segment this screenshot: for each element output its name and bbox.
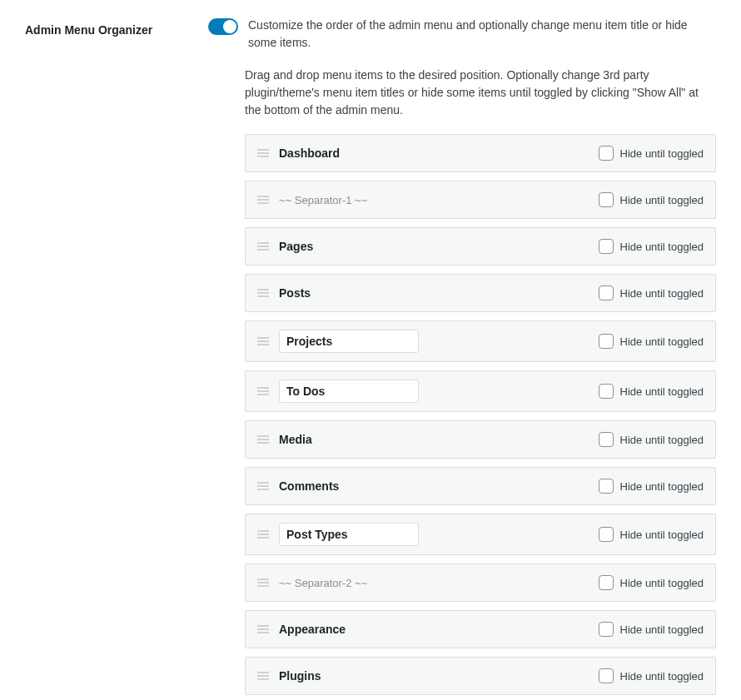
- drag-handle-icon[interactable]: [257, 434, 269, 444]
- hide-until-toggled-control[interactable]: Hide until toggled: [599, 527, 704, 542]
- drag-handle-icon[interactable]: [257, 671, 269, 681]
- menu-item[interactable]: Hide until toggled: [245, 370, 716, 412]
- menu-item-list: DashboardHide until toggled~~ Separator-…: [208, 134, 716, 700]
- menu-separator-label: ~~ Separator-2 ~~: [279, 577, 367, 589]
- drag-handle-icon[interactable]: [257, 288, 269, 298]
- hide-checkbox[interactable]: [599, 527, 614, 542]
- menu-item[interactable]: Hide until toggled: [245, 514, 716, 555]
- drag-handle-icon[interactable]: [257, 578, 269, 588]
- hide-label: Hide until toggled: [620, 577, 704, 589]
- menu-item[interactable]: PagesHide until toggled: [245, 227, 716, 266]
- menu-item-title-input[interactable]: [279, 380, 419, 403]
- hide-until-toggled-control[interactable]: Hide until toggled: [599, 432, 704, 447]
- menu-separator-label: ~~ Separator-1 ~~: [279, 194, 367, 206]
- hide-label: Hide until toggled: [620, 385, 704, 398]
- menu-item[interactable]: PluginsHide until toggled: [245, 657, 716, 695]
- hide-until-toggled-control[interactable]: Hide until toggled: [599, 575, 704, 590]
- drag-handle-icon[interactable]: [257, 195, 269, 205]
- drag-handle-icon[interactable]: [257, 241, 269, 251]
- hide-label: Hide until toggled: [620, 670, 704, 683]
- hide-checkbox[interactable]: [599, 432, 614, 447]
- hide-checkbox[interactable]: [599, 668, 614, 683]
- hide-label: Hide until toggled: [620, 335, 704, 348]
- drag-handle-icon[interactable]: [257, 481, 269, 491]
- hide-checkbox[interactable]: [599, 146, 614, 161]
- menu-item-label: Plugins: [279, 669, 321, 683]
- menu-item[interactable]: Hide until toggled: [245, 320, 716, 362]
- hide-until-toggled-control[interactable]: Hide until toggled: [599, 479, 704, 494]
- hide-label: Hide until toggled: [620, 529, 704, 541]
- menu-item-label: Pages: [279, 240, 313, 253]
- hide-checkbox[interactable]: [599, 575, 614, 590]
- hide-label: Hide until toggled: [620, 287, 704, 300]
- hide-checkbox[interactable]: [599, 239, 614, 254]
- menu-item[interactable]: DashboardHide until toggled: [245, 134, 716, 172]
- menu-item[interactable]: ~~ Separator-2 ~~Hide until toggled: [245, 563, 716, 602]
- hide-label: Hide until toggled: [620, 434, 704, 446]
- menu-item-label: Dashboard: [279, 146, 340, 160]
- menu-item-title-input[interactable]: [279, 523, 419, 546]
- drag-handle-icon[interactable]: [257, 386, 269, 396]
- hide-label: Hide until toggled: [620, 480, 704, 493]
- menu-item[interactable]: MediaHide until toggled: [245, 420, 716, 459]
- menu-item[interactable]: PostsHide until toggled: [245, 274, 716, 312]
- menu-item[interactable]: AppearanceHide until toggled: [245, 610, 716, 648]
- hide-label: Hide until toggled: [620, 623, 704, 636]
- hide-checkbox[interactable]: [599, 622, 614, 637]
- hide-label: Hide until toggled: [620, 147, 704, 160]
- hide-until-toggled-control[interactable]: Hide until toggled: [599, 384, 704, 399]
- hide-until-toggled-control[interactable]: Hide until toggled: [599, 334, 704, 349]
- hide-checkbox[interactable]: [599, 285, 614, 300]
- drag-handle-icon[interactable]: [257, 336, 269, 346]
- hide-until-toggled-control[interactable]: Hide until toggled: [599, 668, 704, 683]
- drag-handle-icon[interactable]: [257, 529, 269, 539]
- helper-text: Drag and drop menu items to the desired …: [208, 67, 716, 119]
- hide-checkbox[interactable]: [599, 192, 614, 207]
- menu-item-label: Comments: [279, 479, 339, 493]
- menu-item-title-input[interactable]: [279, 330, 419, 353]
- enable-toggle[interactable]: [208, 18, 238, 35]
- menu-item-label: Posts: [279, 286, 311, 300]
- hide-until-toggled-control[interactable]: Hide until toggled: [599, 622, 704, 637]
- hide-checkbox[interactable]: [599, 384, 614, 399]
- menu-item-label: Media: [279, 433, 312, 446]
- drag-handle-icon[interactable]: [257, 148, 269, 158]
- menu-item[interactable]: ~~ Separator-1 ~~Hide until toggled: [245, 181, 716, 219]
- menu-item-label: Appearance: [279, 623, 346, 636]
- section-description: Customize the order of the admin menu an…: [248, 17, 716, 52]
- section-title: Admin Menu Organizer: [25, 23, 208, 37]
- hide-until-toggled-control[interactable]: Hide until toggled: [599, 192, 704, 207]
- hide-until-toggled-control[interactable]: Hide until toggled: [599, 285, 704, 300]
- menu-item[interactable]: CommentsHide until toggled: [245, 467, 716, 505]
- hide-label: Hide until toggled: [620, 241, 704, 253]
- hide-until-toggled-control[interactable]: Hide until toggled: [599, 146, 704, 161]
- hide-label: Hide until toggled: [620, 194, 704, 206]
- hide-checkbox[interactable]: [599, 479, 614, 494]
- hide-checkbox[interactable]: [599, 334, 614, 349]
- drag-handle-icon[interactable]: [257, 624, 269, 634]
- hide-until-toggled-control[interactable]: Hide until toggled: [599, 239, 704, 254]
